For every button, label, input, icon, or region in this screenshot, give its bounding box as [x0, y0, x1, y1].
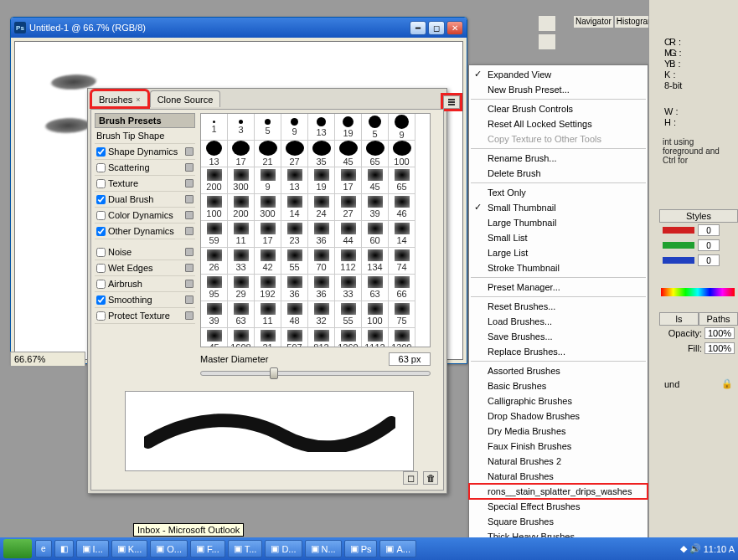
brush-preset-cell[interactable]: 66 — [389, 275, 415, 301]
tray-clock[interactable]: 11:10 A — [704, 544, 735, 554]
menu-item-clear-brush-controls[interactable]: Clear Brush Controls — [469, 101, 648, 116]
lock-icon[interactable] — [185, 179, 194, 188]
maximize-button[interactable]: ◻ — [428, 21, 445, 35]
brush-preset-cell[interactable]: 100 — [201, 194, 228, 221]
menu-item-large-list[interactable]: Large List — [469, 245, 648, 260]
option-smoothing[interactable]: Smoothing — [95, 292, 195, 308]
brush-preset-cell[interactable]: 112 — [335, 248, 362, 275]
menu-item-drop-shadow-brushes[interactable]: Drop Shadow Brushes — [469, 408, 648, 424]
brush-preset-cell[interactable]: 300 — [255, 194, 281, 221]
brush-preset-cell[interactable]: 48 — [281, 301, 308, 328]
brush-preset-cell[interactable]: 1608 — [228, 328, 255, 347]
opacity-input[interactable] — [704, 327, 735, 339]
brush-preset-cell[interactable]: 60 — [362, 221, 389, 248]
brush-preset-cell[interactable]: 27 — [281, 141, 308, 167]
minimize-button[interactable]: ━ — [410, 21, 426, 35]
option-checkbox[interactable] — [96, 211, 106, 220]
color-swatch-blue[interactable] — [663, 257, 694, 264]
brush-preset-cell[interactable]: 100 — [389, 141, 415, 167]
brush-preset-cell[interactable]: 17 — [335, 167, 362, 194]
brush-preset-cell[interactable]: 1112 — [362, 328, 389, 347]
brush-preset-cell[interactable]: 36 — [281, 275, 308, 301]
master-diameter-input[interactable] — [389, 352, 431, 366]
option-checkbox[interactable] — [96, 227, 106, 236]
menu-item-save-brushes[interactable]: Save Brushes... — [469, 329, 648, 344]
option-checkbox[interactable] — [96, 179, 106, 188]
option-other-dynamics[interactable]: Other Dynamics — [95, 223, 195, 239]
option-checkbox[interactable] — [96, 264, 106, 273]
menu-item-replace-brushes[interactable]: Replace Brushes... — [469, 344, 648, 359]
tab-channels[interactable]: ls — [659, 312, 699, 326]
brush-preset-cell[interactable]: 13 — [201, 141, 228, 167]
tray-icon[interactable]: 🔊 — [689, 543, 701, 554]
option-checkbox[interactable] — [96, 248, 106, 257]
menu-item-assorted-brushes[interactable]: Assorted Brushes — [469, 363, 648, 378]
brush-preset-cell[interactable]: 33 — [335, 275, 362, 301]
brush-preset-cell[interactable]: 35 — [308, 141, 335, 167]
option-dual-brush[interactable]: Dual Brush — [95, 192, 195, 208]
brush-preset-cell[interactable]: 63 — [362, 275, 389, 301]
option-checkbox[interactable] — [96, 163, 106, 172]
color-value[interactable] — [698, 254, 720, 266]
brush-preset-cell[interactable]: 21 — [255, 328, 281, 347]
brush-preset-cell[interactable]: 5 — [255, 114, 281, 141]
option-checkbox[interactable] — [96, 280, 106, 289]
master-diameter-slider[interactable] — [200, 371, 431, 376]
color-swatch-red[interactable] — [663, 227, 694, 234]
lock-icon[interactable] — [185, 211, 194, 219]
color-value[interactable] — [698, 239, 720, 251]
brush-preset-cell[interactable]: 59 — [201, 221, 228, 248]
menu-item-text-only[interactable]: Text Only — [469, 185, 648, 200]
brush-preset-cell[interactable]: 55 — [281, 248, 308, 275]
option-checkbox[interactable] — [96, 195, 106, 204]
menu-item-small-list[interactable]: Small List — [469, 230, 648, 245]
menu-item-load-brushes[interactable]: Load Brushes... — [469, 314, 648, 329]
menu-item-rons-stain-splatter-drips-washes[interactable]: rons__stain_splatter_drips_washes — [469, 484, 648, 499]
brush-preset-cell[interactable]: 45 — [201, 328, 228, 347]
taskbar-button[interactable]: ▣N... — [305, 540, 342, 557]
menu-item-new-brush-preset[interactable]: New Brush Preset... — [469, 82, 648, 97]
taskbar-button[interactable]: ▣K... — [111, 540, 148, 557]
option-airbrush[interactable]: Airbrush — [95, 276, 195, 292]
gradient-bar[interactable] — [661, 288, 735, 296]
brush-preset-cell[interactable]: 597 — [281, 328, 308, 347]
taskbar-button[interactable]: ▣D... — [265, 540, 302, 557]
menu-item-natural-brushes[interactable]: Natural Brushes — [469, 469, 648, 484]
brush-preset-cell[interactable]: 26 — [201, 248, 228, 275]
brush-preset-cell[interactable]: 24 — [308, 194, 335, 221]
brush-preset-cell[interactable]: 300 — [228, 167, 255, 194]
new-brush-icon[interactable]: ◻ — [403, 471, 418, 485]
brush-preset-cell[interactable]: 17 — [228, 141, 255, 167]
brush-preset-cell[interactable]: 9 — [281, 114, 308, 141]
brush-preset-cell[interactable]: 39 — [201, 301, 228, 328]
option-checkbox[interactable] — [96, 147, 106, 157]
brush-preset-cell[interactable]: 812 — [308, 328, 335, 347]
menu-item-stroke-thumbnail[interactable]: Stroke Thumbnail — [469, 260, 648, 275]
menu-item-square-brushes[interactable]: Square Brushes — [469, 514, 648, 529]
menu-item-small-thumbnail[interactable]: Small Thumbnail — [469, 200, 648, 215]
menu-item-rename-brush[interactable]: Rename Brush... — [469, 151, 648, 166]
brush-preset-cell[interactable]: 70 — [308, 248, 335, 275]
menu-item-calligraphic-brushes[interactable]: Calligraphic Brushes — [469, 393, 648, 408]
brush-preset-cell[interactable]: 11 — [255, 301, 281, 328]
zoom-level[interactable]: 66.67% — [14, 354, 45, 364]
brush-preset-cell[interactable]: 9 — [255, 167, 281, 194]
close-icon[interactable]: × — [136, 95, 140, 104]
brush-tip-shape-row[interactable]: Brush Tip Shape — [95, 128, 195, 144]
system-tray[interactable]: ◆ 🔊 11:10 A — [680, 543, 735, 554]
brush-preset-cell[interactable]: 14 — [281, 194, 308, 221]
lock-icon[interactable] — [185, 163, 194, 172]
lock-icon[interactable] — [185, 248, 194, 256]
brush-preset-cell[interactable]: 200 — [201, 167, 228, 194]
brush-preset-cell[interactable]: 42 — [255, 248, 281, 275]
tab-styles[interactable]: Styles — [659, 209, 738, 223]
lock-icon[interactable] — [185, 264, 194, 272]
trash-icon[interactable]: 🗑 — [423, 471, 438, 485]
panel-menu-button[interactable] — [443, 95, 460, 109]
menu-item-natural-brushes-2[interactable]: Natural Brushes 2 — [469, 454, 648, 469]
option-protect-texture[interactable]: Protect Texture — [95, 308, 195, 324]
option-scattering[interactable]: Scattering — [95, 160, 195, 176]
slider-thumb[interactable] — [270, 367, 278, 379]
tray-icon[interactable]: ◆ — [680, 543, 687, 554]
option-wet-edges[interactable]: Wet Edges — [95, 260, 195, 276]
